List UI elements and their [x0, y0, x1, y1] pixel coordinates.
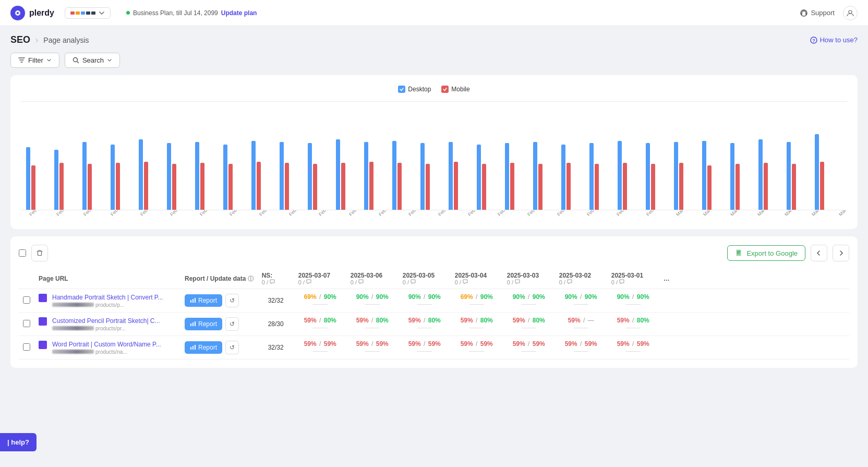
plan-badge[interactable] — [65, 7, 111, 19]
desktop-bar-26 — [758, 139, 763, 210]
bar-group-11 — [336, 139, 363, 210]
th-date-5: 2025-03-02 0 / — [555, 269, 607, 289]
export-google-button[interactable]: Export to Google — [727, 245, 805, 261]
filter-button[interactable]: Filter — [10, 53, 59, 68]
chart-top-line — [21, 101, 847, 102]
bar-group-9 — [280, 142, 307, 210]
comment-icon — [411, 279, 416, 284]
bar-group-8 — [251, 141, 279, 210]
svg-point-1 — [17, 12, 19, 14]
how-to-use-link[interactable]: ? How to use? — [810, 36, 858, 44]
mobile-bar-11 — [341, 163, 345, 210]
delete-button[interactable] — [31, 245, 48, 261]
mobile-bar-9 — [285, 163, 289, 210]
mobile-bar-23 — [679, 163, 683, 210]
how-to-label: How to use? — [820, 36, 858, 44]
prev-page-button[interactable] — [811, 245, 827, 261]
th-more: … — [659, 269, 849, 289]
desktop-bar-24 — [702, 141, 706, 210]
page-url-link-2[interactable]: Word Portrait | Custom Word/Name P... — [52, 341, 161, 348]
comment-icon — [358, 279, 364, 284]
chart-label-11: Feb 18, 2025 — [348, 210, 371, 217]
mobile-bar-19 — [566, 163, 571, 210]
chevron-down-icon — [46, 58, 52, 63]
bar-group-27 — [787, 142, 814, 210]
chart-label-16: Feb 23, 2025 — [497, 210, 520, 217]
info-icon[interactable]: ⓘ — [248, 276, 254, 282]
chart-container: Feb 7, 2025Feb 8, 2025Feb 9, 2025Feb 10,… — [21, 106, 847, 219]
refresh-button-0[interactable]: ↺ — [225, 294, 239, 307]
bar-group-4 — [139, 139, 166, 210]
mobile-bar-10 — [313, 164, 317, 210]
svg-rect-14 — [190, 300, 191, 303]
desktop-bar-2 — [82, 142, 87, 210]
update-plan-link[interactable]: Update plan — [221, 9, 257, 17]
svg-rect-13 — [737, 253, 739, 254]
logo-icon — [10, 6, 25, 20]
comment-icon — [515, 279, 520, 284]
row-checkbox-0[interactable] — [23, 296, 30, 304]
chart-label-28: Mar 7, 2025 — [838, 210, 847, 217]
mobile-bar-27 — [792, 164, 796, 210]
row-checkbox-2[interactable] — [23, 343, 30, 351]
more-cell-2 — [659, 336, 849, 360]
chart-labels: Feb 7, 2025Feb 8, 2025Feb 9, 2025Feb 10,… — [21, 210, 847, 219]
mobile-bar-20 — [595, 164, 599, 210]
refresh-button-1[interactable]: ↺ — [225, 317, 239, 331]
th-date-4: 2025-03-03 0 / — [503, 269, 555, 289]
table-card: Export to Google Page URL Report / Updat… — [10, 236, 858, 368]
score-cell-1-0: 59% / 80%──── — [294, 313, 346, 336]
svg-rect-12 — [737, 252, 740, 253]
score-cell-0-2: 90% / 90%──── — [399, 289, 451, 313]
th-date-3: 2025-03-04 0 / — [451, 269, 503, 289]
legend-desktop: Desktop — [398, 86, 431, 93]
row-checkbox-1[interactable] — [23, 320, 30, 327]
support-button[interactable]: Support — [800, 9, 835, 17]
report-cell-1: Report ↺ — [180, 313, 258, 336]
plan-badge-dots — [70, 11, 95, 15]
desktop-bar-13 — [392, 141, 396, 210]
svg-rect-20 — [190, 347, 191, 350]
report-cell-0: Report ↺ — [180, 289, 258, 313]
report-button-2[interactable]: Report — [185, 341, 222, 354]
filter-icon — [18, 57, 25, 64]
mobile-bar-5 — [172, 164, 176, 210]
select-all-checkbox[interactable] — [19, 249, 26, 257]
report-button-1[interactable]: Report — [185, 318, 222, 330]
chart-label-2: Feb 9, 2025 — [82, 210, 104, 217]
th-date-0: 2025-03-07 0 / — [294, 269, 346, 289]
plan-text: Business Plan, till Jul 14, 2099 — [133, 9, 218, 17]
page-url-link-1[interactable]: Customized Pencil Portrait Sketch| C... — [52, 317, 160, 325]
ns-cell-1: 28/30 — [258, 313, 294, 336]
logo[interactable]: plerdy — [10, 6, 54, 20]
report-button-0[interactable]: Report — [185, 294, 222, 307]
score-cell-1-6: 59% / 80%──── — [607, 313, 659, 336]
chart-label-19: Feb 26, 2025 — [586, 210, 609, 217]
chart-label-21: Feb 28, 2025 — [645, 210, 669, 217]
next-page-button[interactable] — [833, 245, 849, 261]
th-date-1: 2025-03-06 0 / — [346, 269, 399, 289]
page-url-link-0[interactable]: Handmade Portrait Sketch | Convert P... — [52, 294, 163, 301]
favicon-2 — [39, 341, 47, 349]
plan-info: Business Plan, till Jul 14, 2099 Update … — [126, 9, 257, 17]
chart-label-12: Feb 19, 2025 — [378, 210, 401, 217]
legend-mobile-label: Mobile — [451, 86, 469, 93]
desktop-bar-28 — [815, 134, 819, 210]
search-button[interactable]: Search — [65, 53, 120, 68]
refresh-button-2[interactable]: ↺ — [225, 341, 239, 354]
mobile-bar-17 — [510, 163, 514, 210]
bar-group-15 — [449, 142, 476, 210]
chart-card: Desktop Mobile Feb 7, 2025Feb 8, 2025Feb… — [10, 75, 858, 229]
desktop-check-icon — [398, 86, 405, 93]
score-cell-1-4: 59% / 80%──── — [503, 313, 555, 336]
header: plerdy Business Plan, till Jul 14, 2099 … — [0, 0, 868, 26]
svg-rect-4 — [805, 13, 806, 15]
desktop-bar-15 — [449, 142, 453, 210]
google-sheets-icon — [735, 249, 743, 257]
table-row-2: Word Portrait | Custom Word/Name P... pr… — [19, 336, 849, 360]
legend-desktop-label: Desktop — [408, 86, 431, 93]
score-cell-0-3: 69% / 90%──── — [451, 289, 503, 313]
user-avatar[interactable] — [843, 6, 858, 20]
header-right: Support — [800, 6, 858, 20]
bar-group-3 — [111, 145, 138, 210]
